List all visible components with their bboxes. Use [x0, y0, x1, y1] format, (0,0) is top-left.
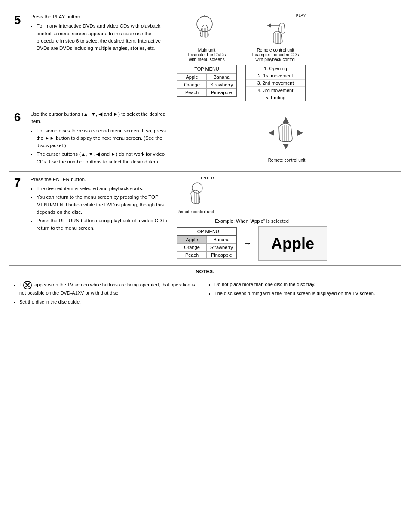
notes-left-col: If appears on the TV screen while button… — [14, 281, 201, 307]
step-7-list: The desired item is selected and playbac… — [37, 185, 168, 232]
notes-right-list: Do not place more than one disc in the d… — [214, 281, 396, 297]
no-entry-icon — [23, 281, 32, 289]
step-5-diagram-inner: Main unit Example: For DVDs with menu sc… — [177, 13, 397, 101]
remote-directional-svg — [261, 111, 312, 158]
step-7-row: 7 Press the ENTER button. The desired it… — [9, 171, 401, 265]
step-5-top-menu: TOP MENU Apple Banana Orange Strawberry … — [177, 65, 237, 97]
notes-left-li-2: Set the disc in the disc guide. — [19, 298, 201, 306]
step-5-li-1: For many interactive DVDs and video CDs … — [37, 22, 168, 52]
menu-cell-orange-7: Orange — [177, 243, 207, 251]
step-7-li-3: Press the RETURN button during playback … — [37, 217, 168, 232]
step-7-example-text: Example: When "Apple" is selected — [177, 218, 327, 224]
step-5-text: Press the PLAY button. For many interact… — [26, 9, 172, 106]
notes-columns: If appears on the TV screen while button… — [14, 281, 396, 307]
svg-marker-15 — [269, 130, 274, 136]
step-6-row: 6 Use the cursor buttons (▲, ▼, ◀ and ►)… — [9, 106, 401, 172]
step-7-top-menu: TOP MENU Apple Banana Orange Strawberry … — [177, 227, 237, 259]
step-6-number: 6 — [9, 106, 26, 172]
step-7-remote-area: ENTER Remote control unit — [177, 176, 327, 214]
step-6-li-1: For some discs there is a second menu sc… — [37, 127, 168, 150]
step-7-diagram: ENTER Remote control unit — [172, 171, 401, 265]
step-7-text: Press the ENTER button. The desired item… — [26, 171, 172, 265]
menu-cell-apple-7: Apple — [177, 236, 207, 243]
remote-unit-label-5: Remote control unit — [257, 48, 294, 52]
right-arrow-icon: → — [241, 238, 254, 248]
menu-cell-peach-7: Peach — [177, 251, 207, 259]
menu-cell-apple-5: Apple — [177, 73, 207, 81]
menu-cell-strawberry-7: Strawberry — [207, 243, 236, 251]
notes-left-list: If appears on the TV screen while button… — [19, 281, 201, 306]
notes-left-li-1: If appears on the TV screen while button… — [19, 281, 201, 297]
step-6-list: For some discs there is a second menu sc… — [37, 127, 168, 166]
remote-unit-label-7: Remote control unit — [177, 209, 214, 214]
notes-section: NOTES: If appears on the TV screen while… — [9, 265, 401, 311]
menu-cell-pineapple-7: Pineapple — [207, 251, 236, 259]
menu-cell-peach-5: Peach — [177, 89, 207, 96]
apple-result-box: Apple — [258, 226, 327, 261]
step-7-example-area: Example: When "Apple" is selected TOP ME… — [177, 218, 327, 261]
remote-enter-svg — [180, 180, 210, 208]
step-6-diagram-inner: Remote control unit — [177, 111, 397, 163]
menu-cell-strawberry-5: Strawberry — [207, 81, 236, 89]
remote-unit-sub-5: Example: For video CDs with playback con… — [252, 52, 299, 62]
menu-grid-7: Apple Banana Orange Strawberry Peach Pin… — [177, 236, 236, 259]
playlist-box-5: 1. Opening 2. 1st movement 3. 2nd moveme… — [245, 65, 306, 101]
svg-marker-13 — [283, 117, 289, 123]
arrow-col: → — [241, 238, 254, 248]
main-unit-sub: Example: For DVDs with menu screens — [187, 52, 226, 62]
menu-cell-orange-5: Orange — [177, 81, 207, 89]
step-6-para-1: Use the cursor buttons (▲, ▼, ◀ and ►) t… — [31, 111, 168, 126]
svg-marker-14 — [283, 144, 289, 149]
notes-right-li-1: Do not place more than one disc in the d… — [214, 281, 396, 289]
playlist-item-1: 1. Opening — [246, 65, 305, 72]
step-6-li-2: The cursor buttons (▲, ▼, ◀ and ►) do no… — [37, 151, 168, 166]
svg-point-21 — [192, 183, 202, 193]
step-5-list: For many interactive DVDs and video CDs … — [37, 22, 168, 52]
step-7-para-1: Press the ENTER button. — [31, 176, 168, 183]
step-7-menu-col: TOP MENU Apple Banana Orange Strawberry … — [177, 227, 237, 259]
notes-title: NOTES: — [9, 266, 401, 277]
remote-hand-svg-5 — [258, 18, 293, 48]
main-unit-label: Main unit — [198, 48, 216, 52]
step-5-main-unit: Main unit Example: For DVDs with menu sc… — [177, 13, 237, 101]
step-6-text: Use the cursor buttons (▲, ▼, ◀ and ►) t… — [26, 106, 172, 172]
main-unit-hand-svg — [190, 13, 224, 48]
menu-cell-banana-7: Banana — [207, 236, 236, 243]
step-7-number: 7 — [9, 171, 26, 265]
step-7-bottom-row: TOP MENU Apple Banana Orange Strawberry … — [177, 226, 327, 261]
instruction-table: 5 Press the PLAY button. For many intera… — [9, 9, 401, 265]
playlist-item-4: 4. 3rd movement — [246, 87, 305, 94]
play-label: PLAY — [245, 13, 306, 18]
step-6-diagram: Remote control unit — [172, 106, 401, 172]
enter-label: ENTER — [177, 176, 214, 180]
step-5-para-1: Press the PLAY button. — [31, 13, 168, 21]
svg-marker-11 — [267, 23, 271, 28]
top-menu-title-7: TOP MENU — [177, 228, 236, 236]
menu-cell-pineapple-5: Pineapple — [207, 89, 236, 96]
playlist-item-3: 3. 2nd movement — [246, 80, 305, 87]
step-7-li-2: You can return to the menu screen by pre… — [37, 194, 168, 216]
svg-point-0 — [197, 16, 212, 32]
step-5-number: 5 — [9, 9, 26, 106]
step-7-left-content: ENTER Remote control unit — [177, 176, 327, 261]
notes-right-col: Do not place more than one disc in the d… — [209, 281, 396, 307]
menu-cell-banana-5: Banana — [207, 73, 236, 81]
playlist-item-5: 5. Ending — [246, 94, 305, 101]
step-5-row: 5 Press the PLAY button. For many intera… — [9, 9, 401, 106]
svg-marker-16 — [297, 130, 303, 136]
step-5-diagram: Main unit Example: For DVDs with menu sc… — [172, 9, 401, 106]
top-menu-title-5: TOP MENU — [177, 65, 236, 73]
playlist-item-2: 2. 1st movement — [246, 72, 305, 80]
notes-right-li-2: The disc keeps turning while the menu sc… — [214, 290, 396, 298]
remote-unit-label-6: Remote control unit — [268, 158, 306, 163]
step-7-diagram-inner: ENTER Remote control unit — [177, 176, 397, 261]
step-5-remote-unit: PLAY Remote — [245, 13, 306, 101]
menu-grid-5: Apple Banana Orange Strawberry Peach Pin… — [177, 73, 236, 96]
step-7-remote-col: ENTER Remote control unit — [177, 176, 214, 214]
step-7-li-1: The desired item is selected and playbac… — [37, 185, 168, 192]
